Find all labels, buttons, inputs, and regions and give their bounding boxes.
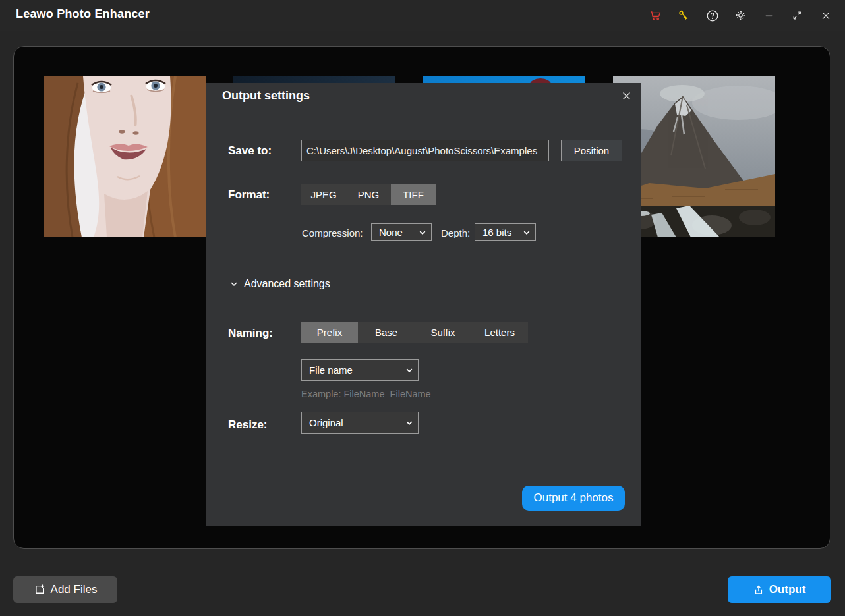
depth-value: 16 bits bbox=[482, 227, 511, 238]
output-button[interactable]: Output bbox=[728, 576, 831, 603]
chevron-down-icon bbox=[405, 366, 413, 374]
depth-label: Depth: bbox=[441, 227, 470, 238]
add-file-icon bbox=[34, 584, 46, 596]
format-option-png[interactable]: PNG bbox=[346, 184, 391, 205]
titlebar-icons bbox=[641, 0, 840, 31]
advanced-settings-label: Advanced settings bbox=[244, 278, 330, 290]
file-name-select[interactable]: File name bbox=[301, 359, 419, 381]
resize-label: Resize: bbox=[228, 418, 268, 432]
help-icon[interactable] bbox=[698, 0, 726, 31]
key-icon[interactable] bbox=[670, 0, 698, 31]
maximize-icon[interactable] bbox=[783, 0, 811, 31]
chevron-down-icon bbox=[523, 229, 531, 237]
format-option-jpeg[interactable]: JPEG bbox=[301, 184, 346, 205]
gear-icon[interactable] bbox=[726, 0, 755, 31]
chevron-down-icon bbox=[405, 419, 413, 427]
naming-option-base[interactable]: Base bbox=[358, 322, 415, 343]
naming-example-text: Example: FileName_FileName bbox=[301, 389, 431, 399]
position-button[interactable]: Position bbox=[561, 140, 622, 161]
resize-select[interactable]: Original bbox=[301, 412, 419, 434]
dialog-close-icon[interactable] bbox=[619, 88, 633, 103]
cart-icon[interactable] bbox=[641, 0, 670, 31]
add-files-label: Add Files bbox=[51, 583, 98, 596]
compression-select[interactable]: None bbox=[371, 223, 432, 241]
chevron-down-icon bbox=[419, 229, 426, 237]
advanced-settings-toggle[interactable]: Advanced settings bbox=[230, 278, 330, 290]
format-label: Format: bbox=[228, 188, 270, 202]
compression-value: None bbox=[379, 227, 403, 238]
photo-thumbnail-portrait[interactable] bbox=[44, 76, 206, 237]
save-to-label: Save to: bbox=[228, 144, 272, 157]
format-segmented-control: JPEG PNG TIFF bbox=[301, 184, 436, 205]
output-settings-dialog: Output settings Save to: C:\Users\J\Desk… bbox=[206, 83, 641, 526]
compression-label: Compression: bbox=[302, 227, 363, 238]
close-icon[interactable] bbox=[811, 0, 840, 31]
resize-value: Original bbox=[309, 417, 343, 428]
naming-option-suffix[interactable]: Suffix bbox=[415, 322, 471, 343]
dialog-title: Output settings bbox=[222, 89, 310, 103]
upload-icon bbox=[753, 584, 765, 596]
minimize-icon[interactable] bbox=[755, 0, 783, 31]
add-files-button[interactable]: Add Files bbox=[13, 576, 117, 603]
titlebar: Leawo Photo Enhancer bbox=[0, 0, 845, 31]
depth-select[interactable]: 16 bits bbox=[475, 223, 536, 241]
app-title: Leawo Photo Enhancer bbox=[16, 7, 150, 21]
save-path-input[interactable]: C:\Users\J\Desktop\August\PhotoScissors\… bbox=[301, 140, 549, 161]
naming-segmented-control: Prefix Base Suffix Letters bbox=[301, 322, 528, 343]
output-photos-button[interactable]: Output 4 photos bbox=[522, 486, 625, 511]
chevron-down-icon bbox=[230, 280, 238, 288]
output-label: Output bbox=[769, 583, 806, 596]
naming-label: Naming: bbox=[228, 327, 273, 340]
format-option-tiff[interactable]: TIFF bbox=[391, 184, 436, 205]
naming-option-prefix[interactable]: Prefix bbox=[301, 322, 358, 343]
naming-option-letters[interactable]: Letters bbox=[471, 322, 528, 343]
file-name-value: File name bbox=[309, 364, 353, 376]
